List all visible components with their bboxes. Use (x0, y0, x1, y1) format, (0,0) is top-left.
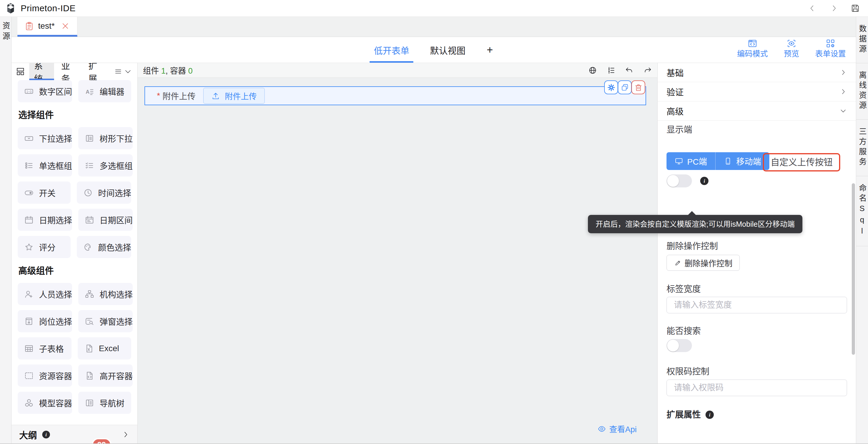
svg-text:A: A (86, 89, 90, 95)
form-canvas[interactable]: 组件 1, 容器 0 * 附件上传 附件上传 (138, 63, 657, 444)
palette-tab-0[interactable]: 系统 (29, 63, 54, 80)
view-tab-default-view[interactable]: 默认视图 (428, 37, 467, 63)
component-delete-button[interactable] (631, 80, 645, 94)
toolbar-action-code-mode[interactable]: 编码模式 (737, 39, 768, 58)
accordion-row-1[interactable]: 验证 (658, 82, 856, 101)
view-tab-lowcode-form[interactable]: 低开表单 (372, 37, 411, 63)
components-icon[interactable] (16, 67, 25, 76)
label-width-input[interactable] (666, 297, 847, 313)
palette-item[interactable]: 颜色选择 (77, 236, 131, 258)
i18n-globe-icon[interactable] (588, 66, 597, 75)
palette-row: 单选框组多选框组 (18, 154, 131, 176)
palette-tab-1[interactable]: 业务 (56, 63, 81, 80)
redo-icon[interactable] (643, 66, 652, 75)
custom-upload-toggle[interactable] (666, 174, 692, 187)
extended-attrs-info-icon[interactable]: i (705, 410, 714, 419)
accordion-label: 验证 (666, 85, 684, 98)
toolbar-action-form-settings[interactable]: 表单设置 (815, 39, 846, 58)
save-icon[interactable] (850, 3, 860, 13)
palette-item[interactable]: 资源容器 (18, 364, 72, 387)
upload-button[interactable]: 附件上传 (203, 88, 265, 104)
phone-icon (724, 157, 732, 165)
palette-item[interactable]: 下拉选择 (18, 127, 72, 149)
display-side-option-mobile[interactable]: 移动端 (715, 152, 769, 170)
nav-forward-icon[interactable] (830, 4, 838, 13)
permission-code-input[interactable] (666, 380, 847, 396)
palette-item[interactable]: 子表格 (18, 337, 71, 359)
searchable-toggle[interactable] (666, 339, 692, 352)
palette-item[interactable]: 多选框组 (78, 154, 133, 176)
org-icon (85, 289, 94, 299)
component-settings-button[interactable] (604, 80, 618, 94)
display-side-option-pc[interactable]: PC端 (666, 152, 715, 170)
right-strip-tab-third-party-services[interactable]: 三方服务 (856, 120, 868, 176)
palette-item[interactable]: 机构选择 (78, 283, 133, 305)
palette-collapse-icon[interactable] (124, 67, 132, 76)
custom-upload-label: 自定义上传按钮 (771, 157, 833, 168)
outline-info-icon[interactable]: i (42, 430, 51, 439)
palette-item[interactable]: 日期选择 (18, 209, 72, 231)
palette-item[interactable]: 模型容器 (18, 392, 72, 414)
add-view-button[interactable]: + (484, 37, 495, 63)
palette-item-label: 单选框组 (39, 159, 72, 172)
outline-bar[interactable]: 大纲 i 99 (11, 425, 137, 444)
upload-button-label: 附件上传 (225, 90, 257, 102)
date-range-icon (85, 215, 94, 225)
file-tabbar: test* (11, 17, 856, 37)
monitor-icon (675, 157, 683, 165)
custom-upload-info-icon[interactable]: i (700, 176, 709, 186)
upload-icon (211, 91, 220, 100)
outline-expand-icon[interactable] (121, 431, 130, 439)
palette-item[interactable]: 岗位选择 (18, 310, 72, 332)
palette-menu-icon[interactable] (114, 68, 122, 76)
toolbar-action-preview[interactable]: 预览 (784, 39, 799, 58)
nav-back-icon[interactable] (808, 4, 816, 13)
chevron-right-icon (839, 88, 847, 95)
palette-item[interactable]: 评分 (18, 236, 71, 258)
palette-item[interactable]: 日期区间 (78, 209, 133, 231)
palette-item[interactable]: 树形下拉 (78, 127, 133, 149)
palette-item[interactable]: 单选框组 (18, 154, 72, 176)
accordion-row-2[interactable]: 高级 (658, 101, 856, 121)
right-strip-tab-data-source[interactable]: 数据源 (856, 17, 868, 63)
selected-upload-field[interactable]: * 附件上传 附件上传 (145, 86, 646, 105)
app-title: Primeton-IDE (21, 3, 75, 13)
palette-item[interactable]: 1~3数字区间 (18, 80, 72, 102)
view-api-link[interactable]: 查看Api (597, 423, 637, 435)
palette-item[interactable]: Excel (78, 337, 131, 359)
palette-item[interactable]: 开关 (18, 181, 71, 204)
num-range-icon: 1~3 (24, 87, 34, 96)
toolbar-action-label: 预览 (784, 50, 799, 58)
form-file-icon (25, 21, 34, 31)
right-strip-tab-label: 离线资源 (858, 71, 866, 111)
palette-item-label: 评分 (39, 241, 56, 253)
field-list-icon[interactable] (607, 66, 615, 75)
file-tab-label: test* (38, 21, 55, 31)
palette-item[interactable]: 人员选择 (18, 283, 72, 305)
palette-tab-2[interactable]: 扩展 (84, 63, 108, 80)
accordion-row-0[interactable]: 基础 (658, 63, 856, 82)
right-strip-tab-offline-resources[interactable]: 离线资源 (856, 63, 868, 120)
left-strip-tab-resources[interactable]: 资源 (2, 22, 9, 444)
right-strip-tab-named-sql[interactable]: 命名Sql (856, 176, 868, 246)
palette-scroll[interactable]: 1~3数字区间A编辑器选择组件下拉选择树形下拉单选框组多选框组开关时间选择日期选… (11, 80, 137, 425)
file-tab-test[interactable]: test* (18, 17, 78, 37)
eye-scan-icon (787, 39, 796, 48)
required-mark: * (157, 91, 160, 100)
toolbar-actions: 编码模式预览表单设置 (737, 39, 846, 58)
palette-item[interactable]: 时间选择 (77, 181, 131, 204)
subtable-icon (24, 344, 34, 353)
component-copy-button[interactable] (618, 80, 632, 94)
palette-row: 人员选择机构选择 (18, 283, 131, 305)
palette-item-label: 树形下拉 (99, 132, 133, 144)
delete-control-button[interactable]: 删除操作控制 (666, 255, 740, 271)
palette-item[interactable]: 弹窗选择 (78, 310, 133, 332)
palette-row: 评分颜色选择 (18, 236, 131, 258)
close-tab-icon[interactable] (61, 21, 70, 31)
palette-item[interactable]: A编辑器 (78, 80, 131, 102)
palette-item[interactable]: 高开容器 (78, 364, 133, 387)
palette-row: 岗位选择弹窗选择 (18, 310, 131, 332)
undo-icon[interactable] (625, 66, 634, 75)
props-scrollbar[interactable] (852, 183, 855, 355)
palette-item[interactable]: 导航树 (78, 392, 131, 414)
